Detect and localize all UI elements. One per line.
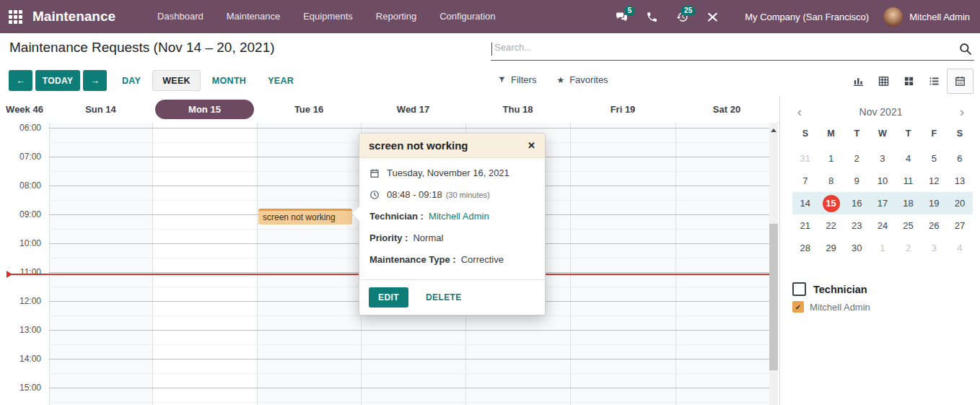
hour-line: [49, 330, 769, 331]
minical-today-cell[interactable]: 15: [818, 195, 844, 212]
minical-day-cell[interactable]: 24: [870, 220, 896, 231]
minical-day-cell[interactable]: 31: [792, 153, 818, 164]
nav-menu-equipments[interactable]: Equipments: [292, 0, 364, 33]
scrollbar-up-icon[interactable]: [771, 129, 776, 132]
day-header-mon[interactable]: Mon 15: [155, 100, 254, 119]
minical-day-cell[interactable]: 29: [818, 243, 844, 253]
minical-day-cell[interactable]: 14: [792, 198, 818, 209]
day-header-fri[interactable]: Fri 19: [611, 104, 636, 115]
grid-scrollbar[interactable]: [769, 123, 778, 405]
nav-menu: DashboardMaintenanceEquipmentsReportingC…: [146, 0, 507, 33]
minical-title[interactable]: Nov 2021: [859, 106, 903, 118]
search-input[interactable]: [493, 41, 955, 53]
top-nav: Maintenance DashboardMaintenanceEquipmen…: [0, 0, 980, 33]
day-column[interactable]: [675, 123, 769, 405]
popover-body: Tuesday, November 16, 2021 08:48 - 09:18…: [359, 158, 545, 279]
minical-day-cell[interactable]: 26: [921, 220, 947, 231]
minical-day-cell[interactable]: 4: [947, 243, 973, 253]
activities-badge: 25: [681, 6, 696, 16]
minical-day-cell[interactable]: 28: [792, 243, 818, 253]
graph-view-icon[interactable]: [846, 70, 871, 93]
kanban-view-icon[interactable]: [896, 70, 922, 93]
minical-day-cell[interactable]: 8: [818, 175, 844, 186]
minical-day-cell[interactable]: 12: [921, 175, 947, 186]
minical-day-cell[interactable]: 17: [870, 198, 896, 209]
next-week-button[interactable]: →: [83, 70, 107, 91]
search-icon[interactable]: [958, 42, 973, 56]
technician-group-label: Technician: [813, 284, 867, 295]
company-switcher[interactable]: My Company (San Francisco): [745, 12, 869, 22]
nav-menu-reporting[interactable]: Reporting: [364, 0, 428, 33]
minical-day-cell[interactable]: 18: [896, 198, 922, 209]
minical-day-cell[interactable]: 4: [896, 153, 922, 164]
technician-link[interactable]: Mitchell Admin: [429, 211, 489, 222]
chat-icon[interactable]: 5: [606, 11, 636, 23]
minical-day-cell[interactable]: 3: [870, 153, 896, 164]
minical-day-cell[interactable]: 21: [792, 220, 818, 231]
tools-icon[interactable]: [697, 11, 727, 23]
calendar-view-icon[interactable]: [947, 69, 974, 94]
day-header-thu[interactable]: Thu 18: [503, 104, 533, 115]
delete-button[interactable]: DELETE: [426, 292, 462, 302]
minical-day-cell[interactable]: 27: [947, 220, 973, 231]
minical-day-cell[interactable]: 11: [896, 175, 922, 186]
nav-menu-configuration[interactable]: Configuration: [428, 0, 507, 33]
minical-day-cell[interactable]: 10: [870, 175, 896, 186]
scale-year-button[interactable]: YEAR: [258, 70, 304, 91]
day-column[interactable]: [49, 123, 152, 405]
minical-day-cell[interactable]: 25: [896, 220, 922, 231]
activity-clock-icon[interactable]: 25: [667, 11, 697, 23]
minical-day-cell[interactable]: 13: [947, 175, 973, 186]
minical-day-cell[interactable]: 2: [896, 243, 922, 253]
minical-prev-icon[interactable]: ‹: [792, 105, 808, 119]
minical-day-cell[interactable]: 22: [818, 220, 844, 231]
close-icon[interactable]: ✕: [528, 140, 535, 151]
technician-filter-group[interactable]: Technician: [792, 282, 867, 296]
scale-week-button[interactable]: WEEK: [152, 70, 201, 91]
filters-button[interactable]: Filters: [498, 74, 536, 85]
list-view-icon[interactable]: [922, 70, 947, 93]
scale-month-button[interactable]: MONTH: [202, 70, 256, 91]
user-name[interactable]: Mitchell Admin: [909, 12, 970, 22]
event-chip[interactable]: screen not working: [258, 209, 352, 225]
apps-grid-icon[interactable]: [9, 10, 22, 24]
minical-day-cell[interactable]: 20: [947, 198, 973, 209]
minical-day-cell[interactable]: 16: [844, 198, 870, 209]
app-brand[interactable]: Maintenance: [32, 9, 115, 25]
pivot-view-icon[interactable]: [871, 70, 896, 93]
day-column[interactable]: [257, 123, 361, 405]
day-column[interactable]: [570, 123, 675, 405]
day-header-tue[interactable]: Tue 16: [294, 104, 323, 115]
minical-day-cell[interactable]: 9: [844, 175, 870, 186]
column-border: [152, 123, 153, 405]
prev-week-button[interactable]: ←: [9, 70, 32, 91]
day-header-wed[interactable]: Wed 17: [397, 104, 429, 115]
filter-item-mitchell-admin[interactable]: ✓Mitchell Admin: [792, 301, 870, 313]
nav-right: 5 25 My Company (San Francisco) Mitchell…: [606, 7, 980, 27]
scale-day-button[interactable]: DAY: [112, 70, 151, 91]
minical-day-cell[interactable]: 2: [844, 153, 870, 164]
technician-group-checkbox[interactable]: [792, 282, 806, 296]
minical-day-cell[interactable]: 5: [921, 153, 947, 164]
nav-menu-maintenance[interactable]: Maintenance: [215, 0, 292, 33]
minical-day-cell[interactable]: 1: [818, 153, 844, 164]
minical-day-cell[interactable]: 3: [921, 243, 947, 253]
minical-day-cell[interactable]: 30: [844, 243, 870, 253]
today-button[interactable]: TODAY: [35, 70, 80, 91]
nav-menu-dashboard[interactable]: Dashboard: [146, 0, 215, 33]
filter-item-checkbox[interactable]: ✓: [792, 301, 804, 313]
edit-button[interactable]: EDIT: [369, 287, 408, 308]
minical-day-cell[interactable]: 23: [844, 220, 870, 231]
minical-day-cell[interactable]: 6: [947, 153, 973, 164]
day-header-sat[interactable]: Sat 20: [713, 104, 740, 115]
minical-day-cell[interactable]: 19: [921, 198, 947, 209]
favorites-button[interactable]: ★ Favorites: [556, 74, 608, 85]
phone-icon[interactable]: [636, 11, 667, 23]
view-switcher: [846, 69, 974, 94]
user-avatar[interactable]: [883, 7, 903, 27]
minical-next-icon[interactable]: ›: [954, 105, 970, 119]
minical-day-cell[interactable]: 7: [792, 175, 818, 186]
scrollbar-thumb[interactable]: [769, 224, 778, 370]
minical-day-cell[interactable]: 1: [870, 243, 896, 253]
day-header-sun[interactable]: Sun 14: [85, 104, 116, 115]
